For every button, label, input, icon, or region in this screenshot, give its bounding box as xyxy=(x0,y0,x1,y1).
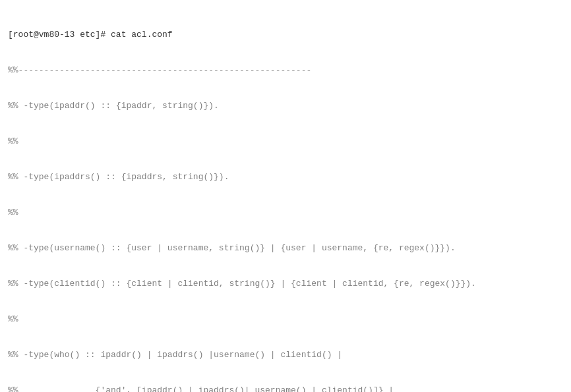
comment-text-9: %% {'and', [ipaddr() | ipaddrs()| userna… xyxy=(8,385,394,392)
comment-line-5: %% -type(username() :: {user | username,… xyxy=(8,242,563,254)
comment-line-4: %% xyxy=(8,207,563,219)
comment-text-4: %% xyxy=(8,207,18,219)
comment-text-5: %% -type(username() :: {user | username,… xyxy=(8,242,456,254)
comment-line-6: %% -type(clientid() :: {client | clienti… xyxy=(8,278,563,290)
comment-text-3: %% -type(ipaddrs() :: {ipaddrs, string()… xyxy=(8,171,229,183)
comment-line-2: %% xyxy=(8,136,563,148)
comment-text-8: %% -type(who() :: ipaddr() | ipaddrs() |… xyxy=(8,349,342,361)
comment-text-1: %% -type(ipaddr() :: {ipaddr, string()})… xyxy=(8,100,219,112)
prompt-line: [root@vm80-13 etc]# cat acl.conf xyxy=(8,29,563,41)
separator-line-1: %%--------------------------------------… xyxy=(8,65,563,76)
content-wrapper: Elec [root@vm80-13 etc]# cat acl.conf %%… xyxy=(0,0,571,392)
comment-text-6: %% -type(clientid() :: {client | clienti… xyxy=(8,278,476,290)
comment-line-3: %% -type(ipaddrs() :: {ipaddrs, string()… xyxy=(8,171,563,183)
comment-line-9: %% {'and', [ipaddr() | ipaddrs()| userna… xyxy=(8,385,563,392)
prompt-text: [root@vm80-13 etc]# cat acl.conf xyxy=(8,29,173,41)
comment-line-1: %% -type(ipaddr() :: {ipaddr, string()})… xyxy=(8,100,563,112)
comment-line-7: %% xyxy=(8,314,563,325)
comment-text-2: %% xyxy=(8,136,18,148)
comment-text-7: %% xyxy=(8,314,18,325)
separator-text-1: %%--------------------------------------… xyxy=(8,65,311,76)
terminal-window: Elec [root@vm80-13 etc]# cat acl.conf %%… xyxy=(0,0,571,392)
comment-line-8: %% -type(who() :: ipaddr() | ipaddrs() |… xyxy=(8,349,563,361)
code-area: [root@vm80-13 etc]# cat acl.conf %%-----… xyxy=(0,0,571,392)
